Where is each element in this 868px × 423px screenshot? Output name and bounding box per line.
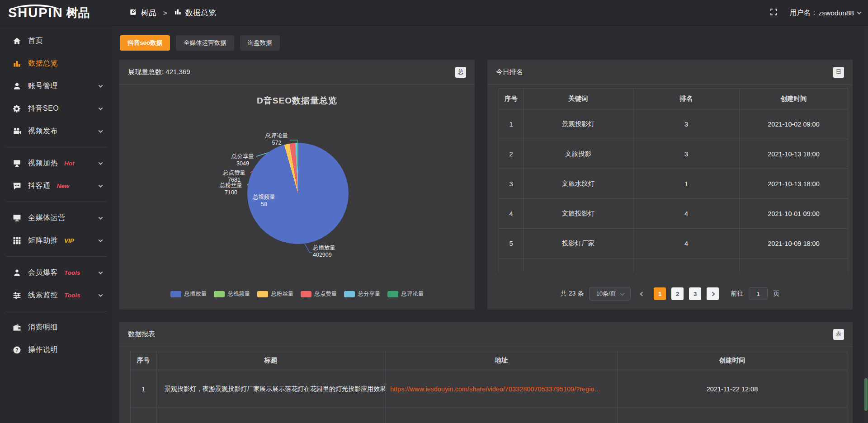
table-row-stub xyxy=(499,258,848,272)
col-keyword: 关键词 xyxy=(524,89,633,109)
legend-item[interactable]: 总视频量 xyxy=(214,290,250,298)
page-scrollbar[interactable] xyxy=(864,26,868,423)
legend-item[interactable]: 总粉丝量 xyxy=(257,290,294,298)
sliders-icon xyxy=(13,291,21,300)
chevron-down-icon xyxy=(99,106,103,110)
ranking-table: 序号 关键词 排名 创建时间 1景观投影灯32021-10-02 09:00 2… xyxy=(499,88,848,272)
question-circle-icon: ? xyxy=(13,346,21,354)
hot-badge: Hot xyxy=(64,160,75,167)
pie-label-plays: 总播放量402909 xyxy=(313,244,335,258)
chevron-down-icon xyxy=(857,10,862,14)
day-toggle-button[interactable]: 日 xyxy=(833,67,844,78)
overview-panel: 展现量总数: 421,369 总 D音SEO数据量总览 总评论量572 总分享量… xyxy=(119,60,475,310)
breadcrumb-item[interactable]: 树品 xyxy=(141,8,156,18)
chevron-down-icon xyxy=(99,160,103,165)
breadcrumb-item-current: 数据总览 xyxy=(185,8,216,18)
bar-chart-icon xyxy=(13,59,21,68)
chevron-down-icon xyxy=(99,292,103,297)
table-row: 3文旅水纹灯12021-10-13 18:00 xyxy=(499,169,848,199)
person-icon xyxy=(13,268,21,277)
ranking-panel: 今日排名 日 序号 关键词 排名 创建时间 1景观投影灯32021-10-02 … xyxy=(487,60,853,310)
legend-item[interactable]: 总播放量 xyxy=(170,290,207,298)
col-url: 地址 xyxy=(386,351,618,370)
sidebar-divider xyxy=(6,202,107,202)
table-row: 1 景观投影灯，夜游景观投影灯厂家展示展示落花灯在花园里的灯光投影应用效果 # … xyxy=(131,370,847,408)
report-table: 序号 标题 地址 创建时间 1 景观投影灯，夜游景观投影灯厂家展示展示落花灯在花… xyxy=(130,351,847,423)
vip-badge: VIP xyxy=(64,237,74,244)
user-icon xyxy=(13,82,21,90)
sidebar-item-data-overview[interactable]: 数据总览 xyxy=(0,52,113,75)
gear-icon xyxy=(13,104,21,113)
sidebar-item-help[interactable]: ? 操作说明 xyxy=(0,338,113,361)
col-created: 创建时间 xyxy=(618,351,847,370)
svg-text:?: ? xyxy=(15,347,19,352)
sidebar-item-spend-detail[interactable]: 消费明细 xyxy=(0,316,113,338)
user-menu[interactable]: 用户名：zswodun88 xyxy=(790,8,861,18)
pagination: 共 23 条 10条/页 1 2 3 前往 页 xyxy=(487,287,853,301)
compose-icon xyxy=(130,8,137,18)
sidebar-item-account[interactable]: 账号管理 xyxy=(0,75,113,97)
tools-badge: Tools xyxy=(64,292,80,299)
sidebar-divider xyxy=(6,147,107,147)
report-panel-title: 数据报表 xyxy=(128,330,155,338)
tab-inquiry-data[interactable]: 询盘数据 xyxy=(240,35,280,51)
legend-item[interactable]: 总分享量 xyxy=(344,290,381,298)
sidebar-item-video-publish[interactable]: 视频发布 xyxy=(0,120,113,142)
pie-chart: D音SEO数据量总览 总评论量572 总分享量3049 总点赞量7681 总粉丝… xyxy=(119,85,475,310)
app-logo[interactable]: SHUPIN 树品 xyxy=(0,6,113,19)
sidebar: 首页 数据总览 账号管理 抖音SEO 视频发布 视频加热 Hot 抖客通 New… xyxy=(0,26,113,423)
new-badge: New xyxy=(57,183,70,189)
legend-swatch xyxy=(387,291,398,297)
goto-page-input[interactable] xyxy=(749,287,768,300)
sidebar-item-home[interactable]: 首页 xyxy=(0,29,113,52)
page-button-2[interactable]: 2 xyxy=(671,287,684,300)
scrollbar-thumb[interactable] xyxy=(864,378,868,411)
video-link[interactable]: https://www.iesdouyin.com/share/video/70… xyxy=(390,385,601,393)
sidebar-item-omnimedia[interactable]: 全媒体运营 xyxy=(0,207,113,229)
chevron-down-icon xyxy=(99,215,103,220)
page-button-3[interactable]: 3 xyxy=(689,287,701,300)
tab-omnimedia-data[interactable]: 全媒体运营数据 xyxy=(176,35,234,51)
table-row: 2文旅投影32021-10-13 18:00 xyxy=(499,139,848,169)
pie-label-videos: 总视频量58 xyxy=(253,193,275,208)
page-size-select[interactable]: 10条/页 xyxy=(589,287,631,301)
wallet-icon xyxy=(13,323,21,332)
next-page-button[interactable] xyxy=(707,287,719,300)
sidebar-item-doukettong[interactable]: 抖客通 New xyxy=(0,174,113,197)
legend-item[interactable]: 总点赞量 xyxy=(301,290,337,298)
tab-douyin-seo-data[interactable]: 抖音seo数据 xyxy=(120,35,170,51)
chevron-down-icon xyxy=(99,128,103,133)
report-panel: 数据报表 表 序号 标题 地址 创建时间 1 景观投影灯，夜游景观投影灯厂家展示… xyxy=(119,322,853,423)
sidebar-item-member-leads[interactable]: 会员爆客 Tools xyxy=(0,261,113,284)
page-button-1[interactable]: 1 xyxy=(654,287,666,300)
table-toggle-button[interactable]: 表 xyxy=(833,329,844,340)
chevron-down-icon xyxy=(99,183,103,188)
legend-swatch xyxy=(344,291,355,297)
legend-item[interactable]: 总评论量 xyxy=(387,290,424,298)
sidebar-item-matrix-boost[interactable]: 矩阵助推 VIP xyxy=(0,229,113,252)
fullscreen-icon[interactable] xyxy=(769,8,778,18)
sidebar-item-douyin-seo[interactable]: 抖音SEO xyxy=(0,97,113,120)
overview-panel-title: 展现量总数: 421,369 xyxy=(128,68,190,76)
chevron-down-icon xyxy=(99,238,103,242)
sidebar-item-clue-monitor[interactable]: 线索监控 Tools xyxy=(0,284,113,306)
breadcrumb-separator: > xyxy=(163,9,167,17)
logo-suffix: 树品 xyxy=(66,7,90,19)
legend-swatch xyxy=(214,291,225,297)
table-header-row: 序号 标题 地址 创建时间 xyxy=(131,351,847,370)
col-rank: 排名 xyxy=(633,89,740,109)
total-toggle-button[interactable]: 总 xyxy=(455,67,466,78)
table-row-stub xyxy=(131,408,847,423)
top-header: SHUPIN 树品 树品 > 数据总览 用户名：zswodun88 xyxy=(0,0,868,26)
chart-legend: 总播放量 总视频量 总粉丝量 总点赞量 总分享量 总评论量 xyxy=(119,290,475,298)
sidebar-item-video-heat[interactable]: 视频加热 Hot xyxy=(0,152,113,174)
data-tabs: 抖音seo数据 全媒体运营数据 询盘数据 xyxy=(120,35,280,51)
prev-page-button[interactable] xyxy=(636,287,648,300)
table-row: 1景观投影灯32021-10-02 09:00 xyxy=(499,109,848,139)
col-no: 序号 xyxy=(131,351,156,370)
table-row: 5投影灯厂家42021-10-09 18:00 xyxy=(499,229,848,258)
table-row: 4文旅投影灯42021-10-01 09:00 xyxy=(499,199,848,229)
home-icon xyxy=(13,37,21,45)
sidebar-divider xyxy=(6,311,107,311)
pie-label-fans: 总粉丝量7100 xyxy=(220,182,242,196)
